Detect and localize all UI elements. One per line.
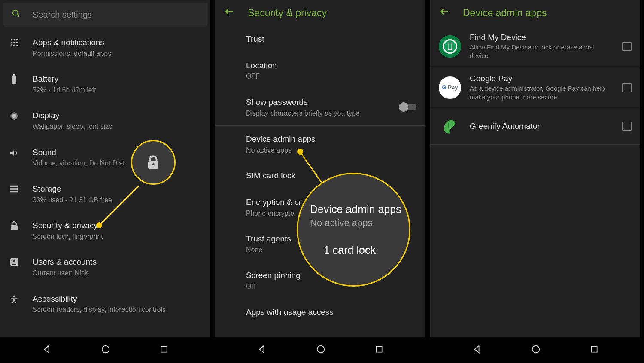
greenify-icon <box>439 115 461 137</box>
search-icon <box>11 9 21 21</box>
back-icon[interactable] <box>439 6 450 20</box>
item-title: Accessibility <box>33 293 201 305</box>
svg-rect-31 <box>449 43 452 49</box>
device-admin-screen: Device admin apps Find My Device Allow F… <box>430 0 640 363</box>
svg-point-20 <box>13 295 15 297</box>
item-show-passwords[interactable]: Show passwords Display characters briefl… <box>215 89 425 125</box>
svg-point-25 <box>317 346 324 353</box>
settings-main-screen: Search settings Apps & notifications Per… <box>0 0 210 363</box>
item-title: Security & privacy <box>33 220 201 231</box>
item-sub: Current user: Nick <box>33 268 201 278</box>
item-apps-notifications[interactable]: Apps & notifications Permissions, defaul… <box>0 29 210 66</box>
navbar <box>215 337 425 363</box>
item-title: Storage <box>33 183 201 195</box>
nav-back-icon[interactable] <box>472 345 482 356</box>
nav-recents-icon[interactable] <box>160 345 168 355</box>
find-my-device-icon <box>439 35 461 58</box>
svg-rect-12 <box>13 74 15 76</box>
svg-rect-14 <box>10 186 18 187</box>
item-sim-lock[interactable]: SIM card lock <box>215 162 425 189</box>
nav-home-icon[interactable] <box>531 345 541 356</box>
svg-rect-15 <box>10 188 18 190</box>
item-sub: Screen readers, display, interaction con… <box>33 305 201 314</box>
svg-point-13 <box>12 114 16 118</box>
item-display[interactable]: Display Wallpaper, sleep, font size <box>0 102 210 139</box>
item-title: Users & accounts <box>33 256 201 268</box>
item-device-admin[interactable]: Device admin apps No active apps <box>215 126 425 162</box>
svg-rect-11 <box>12 76 16 84</box>
item-storage[interactable]: Storage 33% used - 21.31 GB free <box>0 176 210 212</box>
svg-rect-33 <box>591 346 597 352</box>
svg-point-3 <box>13 39 15 41</box>
item-title: Sound <box>33 147 201 158</box>
svg-point-8 <box>11 45 12 46</box>
admin-find-my-device[interactable]: Find My Device Allow Find My Device to l… <box>430 26 640 67</box>
item-trust-agents[interactable]: Trust agents None <box>215 226 425 262</box>
battery-icon <box>9 73 20 85</box>
accessibility-icon <box>9 293 20 305</box>
item-sub: Volume, vibration, Do Not Dist <box>33 159 201 168</box>
header: Security & privacy <box>215 0 425 26</box>
item-title: Apps & notifications <box>33 37 201 48</box>
search-placeholder: Search settings <box>33 10 92 20</box>
item-trust[interactable]: Trust <box>215 26 425 52</box>
item-battery[interactable]: Battery 52% - 1d 6h 47m left <box>0 66 210 102</box>
nav-home-icon[interactable] <box>316 345 325 356</box>
header-title: Device admin apps <box>463 7 547 19</box>
svg-rect-17 <box>11 225 18 230</box>
svg-line-1 <box>17 15 19 16</box>
checkbox[interactable] <box>622 122 632 131</box>
toggle-switch[interactable] <box>399 104 416 110</box>
brightness-icon <box>9 110 20 121</box>
divider <box>430 144 640 145</box>
item-sub: Permissions, default apps <box>33 49 201 58</box>
header: Device admin apps <box>430 0 640 26</box>
admin-greenify[interactable]: Greenify Automator <box>430 108 640 144</box>
google-pay-icon: G Pay <box>439 76 461 99</box>
apps-icon <box>9 37 20 47</box>
storage-icon <box>9 183 20 194</box>
nav-back-icon[interactable] <box>257 345 267 356</box>
svg-point-9 <box>13 45 15 46</box>
item-location[interactable]: Location OFF <box>215 52 425 89</box>
svg-point-10 <box>16 45 18 46</box>
item-sub: 33% used - 21.31 GB free <box>33 195 201 205</box>
svg-point-19 <box>13 260 15 262</box>
item-sub: Wallpaper, sleep, font size <box>33 122 201 131</box>
item-title: Battery <box>33 73 201 85</box>
nav-recents-icon[interactable] <box>590 345 598 355</box>
svg-point-0 <box>13 10 18 15</box>
header-title: Security & privacy <box>248 7 327 19</box>
security-screen: Security & privacy Trust Location OFF Sh… <box>215 0 425 363</box>
settings-list: Apps & notifications Permissions, defaul… <box>0 29 210 337</box>
admin-google-pay[interactable]: G Pay Google Pay As a device administrat… <box>430 67 640 108</box>
checkbox[interactable] <box>622 42 632 51</box>
user-icon <box>9 256 20 267</box>
item-sound[interactable]: Sound Volume, vibration, Do Not Dist <box>0 139 210 176</box>
item-usage-access[interactable]: Apps with usage access <box>215 299 425 326</box>
nav-recents-icon[interactable] <box>375 345 383 355</box>
nav-home-icon[interactable] <box>101 345 110 356</box>
lock-icon <box>9 220 20 231</box>
item-sub: 52% - 1d 6h 47m left <box>33 85 201 95</box>
svg-point-7 <box>16 42 18 43</box>
item-accessibility[interactable]: Accessibility Screen readers, display, i… <box>0 286 210 322</box>
item-encryption[interactable]: Encryption & cr Phone encrypte <box>215 189 425 226</box>
admin-list: Find My Device Allow Find My Device to l… <box>430 26 640 337</box>
nav-back-icon[interactable] <box>42 345 52 356</box>
svg-point-4 <box>16 39 18 41</box>
svg-rect-16 <box>10 191 18 193</box>
back-icon[interactable] <box>224 6 235 20</box>
item-screen-pinning[interactable]: Screen pinning Off <box>215 262 425 299</box>
search-bar[interactable]: Search settings <box>3 3 207 27</box>
svg-point-2 <box>11 39 12 41</box>
svg-rect-26 <box>376 346 382 352</box>
svg-point-6 <box>13 42 15 43</box>
svg-point-5 <box>11 42 12 43</box>
svg-rect-22 <box>161 346 167 352</box>
item-users[interactable]: Users & accounts Current user: Nick <box>0 249 210 285</box>
item-title: Display <box>33 110 201 121</box>
svg-point-32 <box>532 346 539 353</box>
navbar <box>0 337 210 363</box>
checkbox[interactable] <box>622 83 632 92</box>
